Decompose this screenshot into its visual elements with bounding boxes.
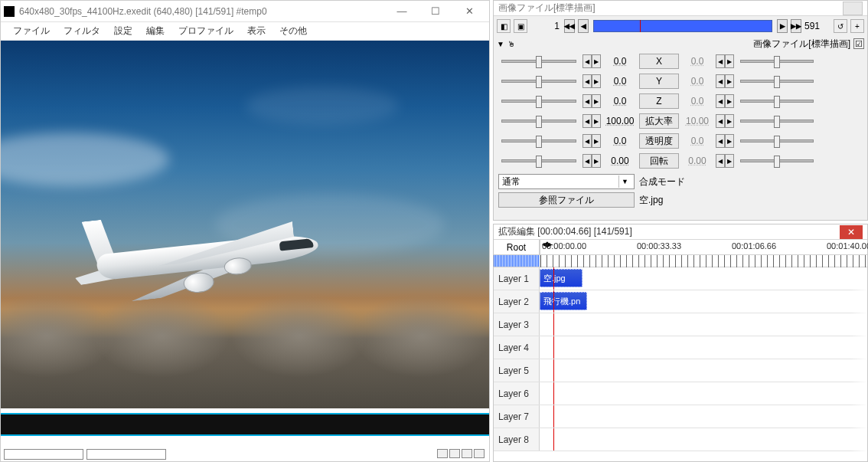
playhead[interactable]	[553, 336, 554, 359]
minimize-button[interactable]: —	[385, 1, 419, 22]
spin-right-dec-2[interactable]: ◀	[716, 94, 725, 108]
slider-right-5[interactable]	[740, 159, 814, 162]
slider-right-3[interactable]	[740, 120, 814, 123]
layer-track-6[interactable]	[540, 382, 867, 405]
preview-canvas[interactable]	[1, 41, 489, 408]
value-left-0[interactable]: 0.0	[604, 56, 636, 67]
menu-表示[interactable]: 表示	[241, 23, 272, 39]
spin-right-inc-0[interactable]: ▶	[725, 54, 734, 68]
layer-track-5[interactable]	[540, 359, 867, 382]
slider-left-1[interactable]	[501, 80, 576, 83]
edge-button-1[interactable]	[437, 449, 448, 458]
edge-button-4[interactable]	[474, 449, 485, 458]
layer-track-2[interactable]: 飛行機.pn	[540, 290, 867, 313]
playhead[interactable]	[553, 405, 554, 428]
slider-left-5[interactable]	[501, 159, 576, 162]
spin-left-inc-0[interactable]: ▶	[592, 54, 601, 68]
zoom-strip[interactable]	[494, 255, 540, 267]
seek-bar[interactable]	[593, 20, 772, 32]
value-left-5[interactable]: 0.00	[604, 156, 636, 166]
value-left-4[interactable]: 0.0	[604, 136, 636, 146]
blend-mode-select[interactable]: 通常 ▼	[498, 174, 635, 189]
value-right-3[interactable]: 10.00	[682, 116, 713, 126]
axis-button-回転[interactable]: 回転	[639, 153, 679, 169]
settings-titlebar[interactable]: 画像ファイル[標準描画]	[494, 1, 867, 16]
frame-icon[interactable]: ▣	[514, 19, 527, 33]
maximize-button[interactable]: ☐	[419, 1, 452, 22]
spin-left-dec-5[interactable]: ◀	[582, 154, 592, 168]
layer-label-5[interactable]: Layer 5	[494, 359, 540, 382]
axis-button-Z[interactable]: Z	[639, 93, 679, 109]
preview-scrub-strip[interactable]	[1, 413, 489, 436]
layer-label-2[interactable]: Layer 2	[494, 290, 540, 313]
root-button[interactable]: Root	[494, 240, 540, 255]
loop-icon[interactable]: ↺	[834, 19, 847, 33]
add-icon[interactable]: +	[850, 19, 864, 33]
clip-2[interactable]: 飛行機.pn	[540, 292, 587, 310]
bottom-slot-2[interactable]	[86, 449, 166, 460]
slider-left-0[interactable]	[501, 60, 576, 63]
camera-icon[interactable]: ◧	[497, 19, 511, 33]
slider-right-2[interactable]	[740, 100, 814, 103]
spin-right-dec-0[interactable]: ◀	[716, 54, 725, 68]
spin-left-dec-1[interactable]: ◀	[582, 74, 592, 88]
layer-track-1[interactable]: 空.jpg	[540, 267, 867, 290]
layer-label-6[interactable]: Layer 6	[494, 382, 540, 405]
time-ruler[interactable]: ◀▶ 00:00:00.0000:00:33.3300:01:06.6600:0…	[540, 240, 867, 267]
value-right-2[interactable]: 0.0	[682, 96, 713, 106]
spin-left-inc-1[interactable]: ▶	[592, 74, 601, 88]
spin-left-inc-4[interactable]: ▶	[592, 134, 601, 148]
layer-label-3[interactable]: Layer 3	[494, 313, 540, 336]
spin-left-dec-4[interactable]: ◀	[582, 134, 592, 148]
preview-titlebar[interactable]: 640x480_30fps_44100Hz.exedit (640,480) […	[1, 1, 489, 22]
edge-button-2[interactable]	[449, 449, 460, 458]
edge-button-3[interactable]	[462, 449, 472, 458]
spin-right-dec-5[interactable]: ◀	[716, 154, 725, 168]
timeline-close-button[interactable]: ✕	[840, 225, 863, 239]
axis-button-Y[interactable]: Y	[639, 74, 679, 89]
spin-right-inc-4[interactable]: ▶	[725, 134, 734, 148]
bottom-slot-1[interactable]	[4, 449, 83, 460]
spin-left-inc-3[interactable]: ▶	[592, 114, 601, 128]
slider-right-1[interactable]	[740, 80, 814, 83]
value-right-5[interactable]: 0.00	[682, 156, 713, 166]
slider-left-3[interactable]	[501, 120, 576, 123]
playhead[interactable]	[553, 290, 554, 313]
spin-right-inc-2[interactable]: ▶	[725, 94, 734, 108]
seek-prev-button[interactable]: ◀	[578, 19, 589, 33]
slider-right-4[interactable]	[740, 139, 814, 143]
value-right-1[interactable]: 0.0	[682, 76, 713, 87]
settings-title-button[interactable]	[843, 2, 863, 15]
spin-right-dec-3[interactable]: ◀	[716, 114, 725, 128]
playhead[interactable]	[553, 382, 554, 405]
layer-label-4[interactable]: Layer 4	[494, 336, 540, 359]
slider-right-0[interactable]	[740, 60, 814, 63]
collapse-icon[interactable]: ▼	[497, 40, 504, 48]
playhead[interactable]	[553, 359, 554, 382]
layer-track-3[interactable]	[540, 313, 867, 336]
menu-プロファイル[interactable]: プロファイル	[172, 23, 240, 39]
axis-button-X[interactable]: X	[639, 54, 679, 69]
value-left-1[interactable]: 0.0	[604, 76, 636, 87]
standard-draw-checkbox[interactable]: ☑	[853, 38, 864, 49]
slider-left-4[interactable]	[501, 139, 576, 143]
spin-left-dec-2[interactable]: ◀	[582, 94, 592, 108]
layer-track-4[interactable]	[540, 336, 867, 359]
menu-設定[interactable]: 設定	[108, 23, 139, 39]
value-right-0[interactable]: 0.0	[682, 56, 713, 67]
spin-left-dec-0[interactable]: ◀	[582, 54, 592, 68]
seek-first-button[interactable]: ◀◀	[564, 19, 575, 33]
value-left-3[interactable]: 100.00	[604, 116, 636, 126]
spin-left-dec-3[interactable]: ◀	[582, 114, 592, 128]
seek-last-button[interactable]: ▶▶	[791, 19, 801, 33]
reference-file-button[interactable]: 参照ファイル	[498, 192, 635, 208]
playhead[interactable]	[553, 313, 554, 336]
layer-track-7[interactable]	[540, 405, 867, 428]
menu-フィルタ[interactable]: フィルタ	[57, 23, 106, 39]
value-right-4[interactable]: 0.0	[682, 136, 713, 146]
spin-right-inc-3[interactable]: ▶	[725, 114, 734, 128]
axis-button-透明度[interactable]: 透明度	[639, 133, 679, 149]
playhead[interactable]	[553, 267, 554, 290]
close-button[interactable]: ✕	[452, 1, 486, 22]
spin-left-inc-2[interactable]: ▶	[592, 94, 601, 108]
